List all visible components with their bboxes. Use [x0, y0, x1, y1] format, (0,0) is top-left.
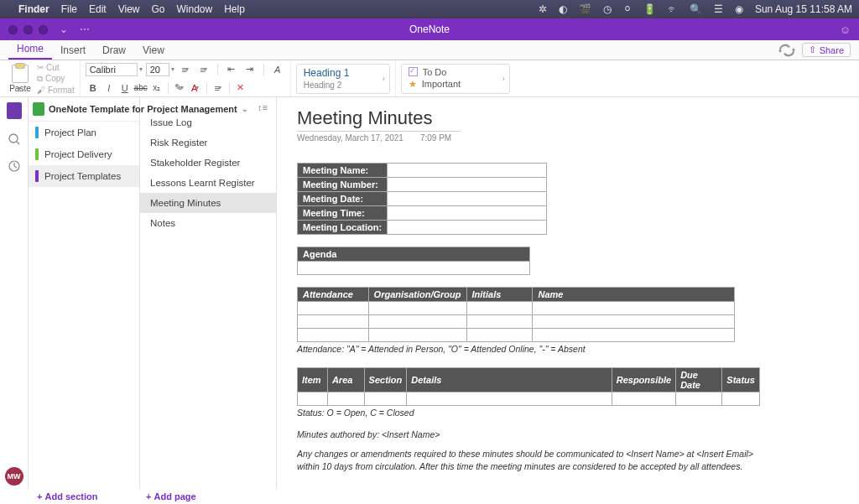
- highlight-button[interactable]: ✎▾: [172, 81, 187, 96]
- styles-gallery[interactable]: Heading 1 Heading 2 ›: [296, 64, 390, 94]
- font-color-button[interactable]: A▾: [188, 81, 203, 96]
- style-heading1: Heading 1: [304, 67, 389, 79]
- minimize-window-button[interactable]: [23, 25, 33, 34]
- notebook-icon: [33, 102, 44, 116]
- strikethrough-button[interactable]: abc: [133, 81, 148, 96]
- menubar-app-name[interactable]: Finder: [18, 3, 49, 15]
- notebooks-icon[interactable]: [7, 102, 22, 119]
- history-dropdown-icon[interactable]: ⌄: [60, 23, 68, 35]
- status-icon-2[interactable]: ◐: [559, 3, 567, 15]
- underline-button[interactable]: U: [117, 81, 133, 96]
- disclaimer-text[interactable]: Any changes or amendments required to th…: [297, 448, 767, 472]
- notebook-header[interactable]: OneNote Template for Project Management …: [29, 97, 139, 122]
- attendance-table[interactable]: Attendance Organisation/Group Initials N…: [297, 287, 735, 342]
- menubar-item-go[interactable]: Go: [152, 3, 165, 15]
- col-details: Details: [407, 368, 612, 392]
- menubar-item-file[interactable]: File: [61, 3, 77, 15]
- page-item-notes[interactable]: Notes: [140, 213, 276, 233]
- attendance-legend: Attendance: "A" = Attended in Person, "O…: [297, 344, 839, 354]
- cut-button[interactable]: ✂Cut: [37, 63, 75, 72]
- col-area: Area: [327, 368, 364, 392]
- input-meeting-location[interactable]: [388, 221, 547, 235]
- page-canvas[interactable]: Meeting Minutes Wednesday, March 17, 202…: [277, 97, 859, 489]
- user-avatar[interactable]: MW: [5, 467, 23, 486]
- table-row[interactable]: [298, 329, 735, 342]
- numbering-button[interactable]: ≡▾: [196, 62, 211, 77]
- input-meeting-date[interactable]: [388, 192, 547, 206]
- share-button[interactable]: ⇧ Share: [802, 43, 851, 57]
- section-item-project-plan[interactable]: Project Plan: [29, 122, 139, 143]
- bold-button[interactable]: B: [86, 81, 101, 96]
- control-center-icon[interactable]: ☰: [714, 3, 723, 15]
- meeting-info-table[interactable]: Meeting Name: Meeting Number: Meeting Da…: [297, 163, 547, 235]
- delete-button[interactable]: ✕: [233, 81, 248, 96]
- table-row[interactable]: [298, 302, 735, 315]
- copy-button[interactable]: ⧉Copy: [37, 74, 75, 84]
- spotlight-icon[interactable]: 🔍: [690, 3, 702, 15]
- table-row[interactable]: [298, 392, 760, 406]
- bluetooth-icon[interactable]: ⚪︎: [623, 3, 632, 15]
- agenda-cell[interactable]: [298, 262, 530, 275]
- format-painter-button[interactable]: 🖌Format: [37, 86, 75, 95]
- tab-view[interactable]: View: [134, 41, 173, 60]
- add-section-button[interactable]: + Add section: [37, 491, 146, 501]
- search-icon[interactable]: [8, 132, 21, 146]
- tab-insert[interactable]: Insert: [52, 41, 94, 60]
- italic-button[interactable]: I: [102, 81, 117, 96]
- section-label: Project Plan: [44, 127, 96, 138]
- input-meeting-name[interactable]: [388, 164, 547, 178]
- table-row[interactable]: [298, 315, 735, 329]
- authored-by[interactable]: Minutes authored by: <Insert Name>: [297, 429, 839, 439]
- page-item-issue-log[interactable]: Issue Log: [140, 112, 276, 132]
- sync-icon[interactable]: [778, 44, 795, 57]
- font-size-select[interactable]: 20: [146, 63, 169, 76]
- font-family-select[interactable]: Calibri: [86, 63, 138, 76]
- input-meeting-number[interactable]: [388, 178, 547, 192]
- section-item-project-templates[interactable]: Project Templates: [29, 165, 139, 187]
- input-meeting-time[interactable]: [388, 206, 547, 221]
- align-button[interactable]: ≡▾: [211, 81, 226, 96]
- page-item-risk-register[interactable]: Risk Register: [140, 132, 276, 153]
- menubar-item-window[interactable]: Window: [177, 3, 213, 15]
- status-legend: Status: O = Open, C = Closed: [297, 408, 839, 418]
- menubar-clock[interactable]: Sun Aug 15 11:58 AM: [755, 3, 852, 15]
- siri-icon[interactable]: ◉: [735, 3, 743, 15]
- add-page-button[interactable]: + Add page: [146, 491, 196, 501]
- agenda-table[interactable]: Agenda: [297, 247, 530, 275]
- feedback-icon[interactable]: ☺: [840, 23, 851, 36]
- menubar-item-view[interactable]: View: [118, 3, 140, 15]
- page-item-lessons-learnt[interactable]: Lessons Learnt Register: [140, 173, 276, 193]
- outdent-button[interactable]: ⇤: [224, 62, 239, 77]
- wifi-icon[interactable]: ᯤ: [668, 3, 678, 15]
- zoom-window-button[interactable]: [39, 25, 48, 34]
- page-item-meeting-minutes[interactable]: Meeting Minutes: [140, 193, 276, 213]
- close-window-button[interactable]: [8, 25, 18, 34]
- tab-home[interactable]: Home: [8, 39, 52, 60]
- status-icon-clock[interactable]: ◷: [603, 3, 612, 15]
- indent-button[interactable]: ⇥: [242, 62, 258, 77]
- tags-gallery[interactable]: To Do ★Important ›: [401, 64, 510, 94]
- field-meeting-time: Meeting Time:: [298, 206, 388, 221]
- paste-button[interactable]: Paste: [5, 65, 35, 93]
- bullets-button[interactable]: ≡▾: [178, 62, 193, 77]
- more-icon[interactable]: ⋯: [80, 23, 90, 35]
- recent-icon[interactable]: [8, 159, 21, 173]
- status-icon-1[interactable]: ✲: [539, 3, 547, 15]
- tag-important-label: Important: [422, 79, 461, 89]
- battery-icon[interactable]: 🔋: [643, 3, 656, 15]
- subscript-button[interactable]: x₂: [149, 81, 164, 96]
- page-item-stakeholder-register[interactable]: Stakeholder Register: [140, 153, 276, 173]
- clear-formatting-button[interactable]: A: [270, 62, 285, 77]
- tags-group: To Do ★Important ›: [396, 60, 515, 96]
- svg-point-0: [9, 134, 18, 143]
- field-meeting-number: Meeting Number:: [298, 178, 388, 192]
- clipboard-group: Paste ✂Cut ⧉Copy 🖌Format: [0, 60, 81, 96]
- status-icon-3[interactable]: 🎬: [579, 3, 591, 15]
- menubar-item-edit[interactable]: Edit: [89, 3, 107, 15]
- section-item-project-delivery[interactable]: Project Delivery: [29, 143, 139, 165]
- field-meeting-location: Meeting Location:: [298, 221, 388, 235]
- action-items-table[interactable]: Item Area Section Details Responsible Du…: [297, 367, 760, 406]
- tab-draw[interactable]: Draw: [94, 41, 134, 60]
- menubar-item-help[interactable]: Help: [224, 3, 245, 15]
- page-title[interactable]: Meeting Minutes: [297, 107, 839, 129]
